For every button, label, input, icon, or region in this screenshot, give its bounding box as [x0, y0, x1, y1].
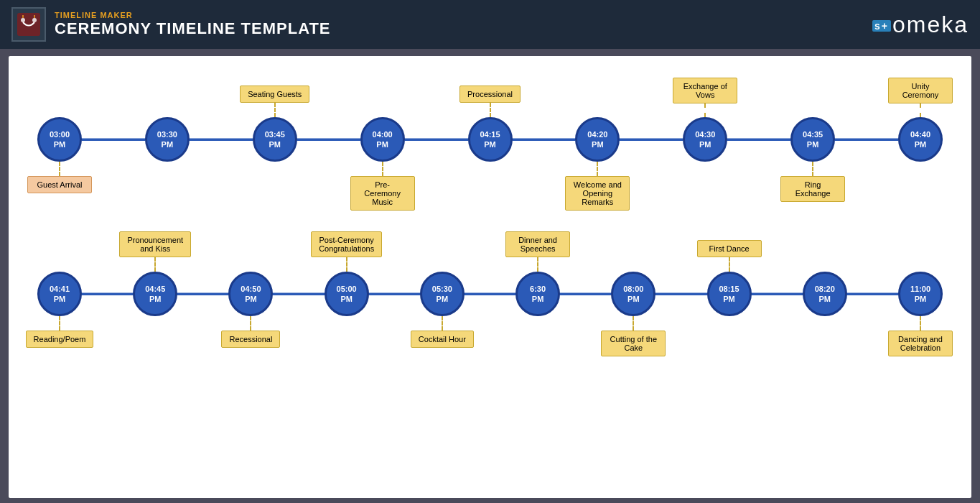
header-titles: TIMELINE MAKER CEREMONY TIMELINE TEMPLAT…	[55, 11, 331, 38]
vdash	[704, 103, 706, 117]
svg-rect-0	[17, 13, 40, 36]
vdash	[442, 316, 443, 331]
node-0330pm: 03:30PM	[145, 117, 190, 162]
vdash	[59, 162, 60, 176]
label-postcere: Post-CeremonyCongratulations	[311, 231, 382, 257]
node-0800pm: 08:00PM	[611, 272, 655, 316]
vdash	[633, 316, 634, 331]
node-0400pm: 04:00PM	[360, 117, 405, 162]
node-0435pm: 04:35PM	[790, 117, 835, 162]
node-0530pm: 05:30PM	[420, 272, 465, 316]
node-0445pm: 04:45PM	[133, 272, 177, 316]
svg-point-2	[32, 18, 37, 22]
node-0450pm: 04:50PM	[228, 272, 273, 316]
label-dancing-celebration: Dancing andCelebration	[888, 331, 953, 356]
node-0430pm: 04:30PM	[683, 117, 727, 162]
vdash	[250, 316, 251, 331]
logo-icon	[11, 7, 46, 42]
label-dinner-speeches: Dinner andSpeeches	[505, 231, 570, 257]
vdash	[920, 103, 921, 117]
node-0420pm: 04:20PM	[575, 117, 620, 162]
label-unity-ceremony: Unity Ceremony	[888, 78, 953, 103]
vdash	[597, 162, 598, 176]
label-processional: Processional	[459, 86, 521, 103]
label-welcome-remarks: Welcome andOpening Remarks	[565, 176, 630, 211]
label-cutting-cake: Cutting of theCake	[601, 331, 666, 356]
label-precere-music: Pre-CeremonyMusic	[350, 176, 415, 211]
label-recessional: Recessional	[221, 331, 280, 348]
timeline: Seating Guests Processional Exchange of …	[23, 70, 957, 377]
vdash	[537, 257, 538, 272]
vdash	[59, 316, 60, 331]
vdash	[274, 103, 276, 117]
header-title: CEREMONY TIMELINE TEMPLATE	[55, 19, 331, 38]
node-0441pm: 04:41PM	[37, 272, 82, 316]
node-0440pm: 04:40PM	[898, 117, 943, 162]
svg-point-1	[21, 18, 25, 22]
vdash	[346, 257, 347, 272]
header-left: TIMELINE MAKER CEREMONY TIMELINE TEMPLAT…	[11, 7, 331, 42]
label-seating-guests: Seating Guests	[240, 86, 309, 103]
node-0415pm: 04:15PM	[468, 117, 513, 162]
vdash	[154, 257, 156, 272]
label-pronouncement: Pronouncementand Kiss	[119, 231, 191, 257]
vdash	[920, 316, 921, 331]
label-cocktail-hour: Cocktail Hour	[411, 331, 474, 348]
vdash	[812, 162, 813, 176]
brand-super: s+	[872, 20, 891, 32]
label-ring-exchange: Ring Exchange	[780, 176, 845, 202]
node-0630pm: 6:30PM	[515, 272, 560, 316]
node-0815pm: 08:15PM	[707, 272, 752, 316]
brand-logo: s+omeka	[872, 11, 969, 38]
node-0500pm: 05:00PM	[325, 272, 369, 316]
main-content: Seating Guests Processional Exchange of …	[9, 56, 971, 498]
node-0820pm: 08:20PM	[803, 272, 847, 316]
label-first-dance: First Dance	[697, 240, 762, 257]
label-reading-poem: Reading/Poem	[26, 331, 94, 348]
node-0300pm: 03:00PM	[37, 117, 82, 162]
vdash	[490, 103, 491, 117]
vdash	[382, 162, 383, 176]
header-subtitle: TIMELINE MAKER	[55, 11, 331, 19]
header: TIMELINE MAKER CEREMONY TIMELINE TEMPLAT…	[0, 0, 980, 49]
node-0345pm: 03:45PM	[253, 117, 297, 162]
vdash	[729, 257, 730, 272]
label-exchange-vows: Exchange of Vows	[673, 78, 737, 103]
node-1100pm: 11:00PM	[898, 272, 943, 316]
label-guest-arrival: Guest Arrival	[27, 176, 92, 193]
